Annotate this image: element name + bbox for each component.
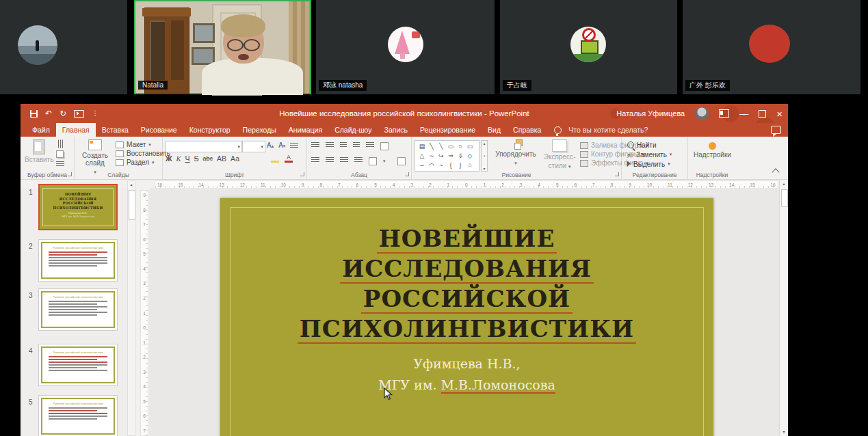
paste-button[interactable]: Вставить xyxy=(25,139,53,163)
thumbnail-scrollbar[interactable]: ▴ xyxy=(127,180,135,436)
scroll-up-icon[interactable]: ▴ xyxy=(780,180,788,188)
grow-font-button[interactable]: А▴ xyxy=(267,141,274,149)
group-label: Надстройки xyxy=(688,172,736,178)
bullets-icon[interactable] xyxy=(311,142,319,148)
picture-frame xyxy=(192,47,215,65)
search-icon xyxy=(627,141,634,148)
slide-thumbnail-4[interactable]: Развитие российской психолингвистики xyxy=(38,344,118,386)
ribbon-display-options-icon[interactable] xyxy=(719,109,729,118)
clear-formatting-icon[interactable] xyxy=(290,143,298,149)
line-spacing-icon[interactable] xyxy=(366,142,374,148)
slide-title-textbox[interactable]: НОВЕЙШИЕ ИССЛЕДОВАНИЯ РОССИЙСКОЙ ПСИХОЛИ… xyxy=(220,198,713,344)
ribbon-tabs: Файл Главная Вставка Рисование Конструкт… xyxy=(21,123,788,137)
slide-canvas[interactable]: НОВЕЙШИЕ ИССЛЕДОВАНИЯ РОССИЙСКОЙ ПСИХОЛИ… xyxy=(220,198,713,436)
replace-button[interactable]: ab Заменить▾ xyxy=(627,150,672,159)
save-icon[interactable] xyxy=(30,110,38,118)
tab-slideshow[interactable]: Слайд-шоу xyxy=(328,123,378,137)
shapes-gallery[interactable]: ▤╲╲▭○▭ △∼↪⇒⇓◇ ∽◠~{}☆ xyxy=(415,140,479,172)
scroll-down-icon[interactable]: ▾ xyxy=(780,428,788,436)
text-direction-icon[interactable] xyxy=(380,142,389,150)
redo-icon[interactable]: ↻ xyxy=(60,109,66,118)
convert-smartart-icon[interactable] xyxy=(397,157,406,165)
comments-icon[interactable] xyxy=(771,126,781,134)
align-left-icon[interactable] xyxy=(311,157,319,163)
paragraph-dialog-launcher[interactable] xyxy=(405,172,409,176)
slide-number: 2 xyxy=(29,243,33,250)
font-color-button[interactable]: А xyxy=(285,154,293,162)
shapes-gallery-scroll[interactable]: ▴▪▾ xyxy=(481,140,488,172)
tab-transitions[interactable]: Переходы xyxy=(237,123,282,137)
slide-affiliation: МГУ им. М.В.Ломоносова xyxy=(220,374,713,396)
addins-button[interactable]: Надстройки xyxy=(694,142,731,159)
tab-animations[interactable]: Анимация xyxy=(282,123,328,137)
restore-button[interactable] xyxy=(759,110,766,118)
quick-styles-button[interactable]: Экспресс- стили ▾ xyxy=(540,139,579,170)
cut-icon[interactable] xyxy=(57,140,64,148)
participant-tile[interactable]: 邓泳 natasha xyxy=(316,0,495,94)
participant-tile[interactable]: 于占岐 xyxy=(500,0,677,94)
group-paragraph: ▾ Абзац xyxy=(307,137,412,179)
start-slideshow-icon[interactable] xyxy=(74,110,84,118)
slide-subtitle-textbox[interactable]: Уфимцева Н.В., МГУ им. М.В.Ломоносова xyxy=(220,353,713,396)
close-button[interactable]: × xyxy=(776,109,782,119)
undo-icon[interactable]: ↶ xyxy=(45,109,52,118)
tab-insert[interactable]: Вставка xyxy=(96,123,135,137)
account-avatar[interactable] xyxy=(695,107,709,120)
participant-tile[interactable]: 广外 彭乐欢 xyxy=(683,0,860,94)
minimize-button[interactable]: — xyxy=(739,109,748,118)
drawing-dialog-launcher[interactable] xyxy=(615,172,619,176)
scrollbar-thumb[interactable] xyxy=(781,189,788,207)
tab-review[interactable]: Рецензирование xyxy=(414,123,482,137)
justify-icon[interactable] xyxy=(354,157,363,163)
quick-access-toolbar: ↶ ↻ ⋮ xyxy=(30,104,98,123)
font-size-select[interactable]: ▾ xyxy=(242,141,265,152)
align-center-icon[interactable] xyxy=(326,157,334,163)
slide-thumbnail-2[interactable]: Развитие российской психолингвистики xyxy=(38,239,118,282)
shrink-font-button[interactable]: А▾ xyxy=(278,141,285,149)
scrollbar-thumb[interactable] xyxy=(129,190,135,220)
copy-icon[interactable] xyxy=(56,150,64,158)
participant-tile[interactable] xyxy=(0,0,127,94)
new-slide-button[interactable]: Создать слайд ▾ xyxy=(77,139,113,176)
arrange-button[interactable]: Упорядочить ▾ xyxy=(494,139,538,167)
format-painter-icon[interactable] xyxy=(56,161,64,167)
collapse-ribbon-icon[interactable] xyxy=(772,168,779,176)
align-right-icon[interactable] xyxy=(340,157,348,163)
select-button[interactable]: Выделить▾ xyxy=(627,159,672,169)
tab-view[interactable]: Вид xyxy=(482,123,507,137)
customize-quick-access-icon[interactable]: ⋮ xyxy=(92,110,98,117)
section-icon xyxy=(116,159,124,166)
decrease-indent-icon[interactable] xyxy=(340,142,347,148)
participant-tile-active-speaker[interactable]: Natalia xyxy=(134,0,311,94)
slide-editor-canvas[interactable]: НОВЕЙШИЕ ИССЛЕДОВАНИЯ РОССИЙСКОЙ ПСИХОЛИ… xyxy=(149,188,779,436)
participant-name: 邓泳 natasha xyxy=(319,80,367,91)
tab-record[interactable]: Запись xyxy=(378,123,414,137)
group-label: Рисование xyxy=(412,172,621,178)
slide-thumbnail-1[interactable]: НОВЕЙШИЕИССЛЕДОВАНИЯРОССИЙСКОЙПСИХОЛИНГВ… xyxy=(38,184,118,230)
pink-tree-drawing xyxy=(395,31,410,54)
tell-me-search[interactable]: Что вы хотите сделать? xyxy=(564,123,652,137)
slide-thumbnail-3[interactable]: Развитие российской психолингвистики xyxy=(38,288,118,331)
numbering-icon[interactable] xyxy=(326,142,334,148)
font-dialog-launcher[interactable] xyxy=(300,172,304,176)
slide-number: 4 xyxy=(29,347,33,355)
slide-thumbnail-5[interactable]: Развитие российской психолингвистики xyxy=(38,395,118,436)
tab-draw[interactable]: Рисование xyxy=(135,123,183,137)
scroll-up-icon[interactable]: ▴ xyxy=(128,181,135,189)
tab-design[interactable]: Конструктор xyxy=(183,123,237,137)
highlight-color-button[interactable] xyxy=(271,154,279,162)
group-slides: Создать слайд ▾ Макет ▾ Восстановить Раз… xyxy=(75,137,163,179)
find-button[interactable]: Найти xyxy=(627,140,672,150)
tab-home[interactable]: Главная xyxy=(56,123,96,137)
avatar xyxy=(388,27,423,62)
columns-icon[interactable] xyxy=(369,157,377,165)
shape-fill-icon xyxy=(580,142,588,149)
font-style-buttons[interactable]: ЖКЧSabcАВАа xyxy=(166,154,239,163)
increase-indent-icon[interactable] xyxy=(353,142,360,148)
clipboard-dialog-launcher[interactable] xyxy=(68,172,72,176)
tab-help[interactable]: Справка xyxy=(507,123,547,137)
font-name-select[interactable]: ▾ xyxy=(166,141,242,152)
editor-scrollbar[interactable]: ▴ ▾ xyxy=(779,180,788,436)
tab-file[interactable]: Файл xyxy=(26,123,56,137)
account-name[interactable]: Наталья Уфимцева xyxy=(616,109,685,118)
